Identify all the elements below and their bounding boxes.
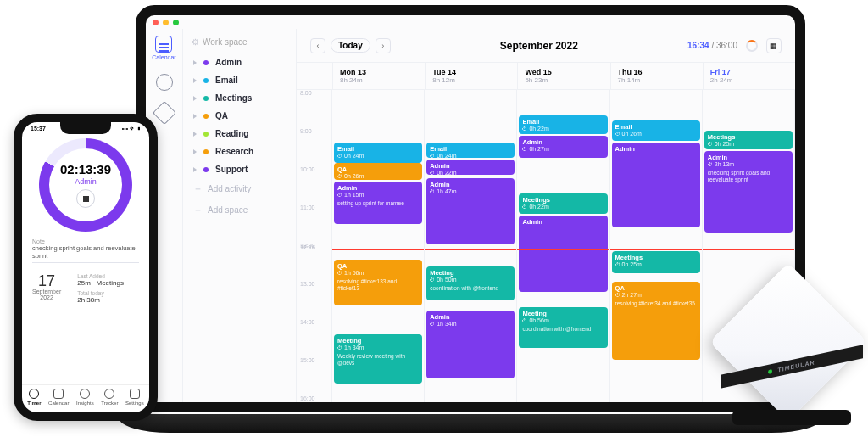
calendar-event[interactable]: QA1h 56mresolving #ticket133 and #ticket…: [334, 260, 422, 305]
day-column[interactable]: Email0h 24mQA0h 26mAdmin1h 15msetting up…: [332, 90, 425, 402]
tracker-body: [709, 263, 868, 422]
calendar-event[interactable]: Meetings0h 25m: [612, 251, 700, 273]
sidebar-workspace-header[interactable]: ⚙ Work space: [192, 37, 287, 47]
nav-insights[interactable]: [156, 74, 173, 91]
calendar-icon: [155, 36, 172, 53]
note-section: Note checking sprint goals and reevaluat…: [22, 232, 149, 263]
sidebar-item-research[interactable]: Research: [192, 143, 287, 160]
phone-tab-timer[interactable]: Timer: [27, 389, 41, 406]
time-label: 8:00: [300, 90, 312, 96]
time-axis: 8:009:0010:0011:0012:0013:0014:0015:0016…: [297, 90, 332, 402]
sidebar-item-support[interactable]: Support: [192, 160, 287, 178]
nav-tracker[interactable]: [156, 104, 173, 121]
activity-color-dot: [203, 78, 209, 83]
now-indicator: [703, 249, 794, 250]
calendar-event[interactable]: Admin0h 22m: [426, 160, 515, 175]
chevron-right-icon: [193, 114, 197, 119]
settings-icon: [130, 389, 140, 399]
next-week-button[interactable]: ›: [376, 38, 391, 53]
phone-tab-calendar[interactable]: Calendar: [48, 389, 69, 406]
phone-notch: [60, 122, 111, 134]
plus-icon: ＋: [193, 204, 203, 216]
sidebar-item-admin[interactable]: Admin: [192, 53, 287, 71]
now-indicator: [425, 249, 516, 250]
timer-icon: [29, 389, 39, 399]
nav-calendar-label: Calendar: [152, 54, 175, 60]
sidebar-item-meetings[interactable]: Meetings: [192, 89, 287, 107]
sidebar-item-label: Meetings: [215, 93, 252, 103]
calendar-event[interactable]: Email0h 22m: [519, 115, 607, 134]
calendar-event[interactable]: Meetings0h 22m: [519, 193, 607, 214]
sidebar: ⚙ Work space AdminEmailMeetingsQAReading…: [183, 29, 297, 402]
add-activity-button[interactable]: ＋ Add activity: [192, 178, 287, 199]
tracker-dock: [732, 410, 851, 425]
calendar-event[interactable]: Email0h 24m: [426, 143, 515, 158]
close-window-icon[interactable]: [153, 20, 159, 25]
insights-icon: [80, 389, 90, 399]
laptop-base: [119, 414, 822, 433]
maximize-window-icon[interactable]: [173, 20, 179, 25]
date-picker-button[interactable]: ▦: [766, 38, 782, 53]
calendar-event[interactable]: Email0h 26m: [612, 120, 700, 141]
sidebar-item-email[interactable]: Email: [192, 71, 287, 89]
chevron-right-icon: [193, 96, 197, 101]
today-button[interactable]: Today: [331, 38, 370, 53]
app-root: Calendar ⚙ Work space AdminEmailMeetings…: [146, 29, 795, 402]
laptop-device: Calendar ⚙ Work space AdminEmailMeetings…: [119, 0, 822, 433]
sidebar-item-reading[interactable]: Reading: [192, 125, 287, 143]
sidebar-item-label: Support: [215, 165, 248, 174]
calendar-event[interactable]: Admin1h 15msetting up sprint for mamee: [334, 182, 422, 224]
chevron-right-icon: [193, 149, 197, 154]
day-header: Wed 155h 23m: [517, 63, 609, 89]
calendar-event[interactable]: Admin0h 27m: [519, 136, 607, 158]
pie-chart-icon: [156, 74, 173, 91]
date-month: September: [32, 289, 61, 294]
activity-color-dot: [203, 132, 209, 137]
last-added-label: Last Added: [77, 273, 105, 279]
day-column[interactable]: Email0h 22mAdmin0h 27mMeetings0h 22mAdmi…: [517, 90, 609, 402]
calendar-event[interactable]: Meeting1h 34mWeekly review meeting with …: [334, 334, 422, 384]
time-label: 16:00: [300, 395, 315, 401]
note-input[interactable]: checking sprint goals and reevaluate spr…: [32, 244, 139, 263]
calendar-event[interactable]: QA0h 26m: [334, 163, 422, 180]
calendar-event[interactable]: Admin1h 34m: [426, 311, 515, 378]
time-label: 11:00: [300, 204, 315, 210]
calendar-event[interactable]: QA2h 27mresolving #ticket34 and #ticket3…: [612, 282, 700, 360]
diamond-icon: [152, 101, 175, 125]
add-space-button[interactable]: ＋ Add space: [192, 199, 287, 221]
activity-color-dot: [203, 60, 209, 65]
sidebar-item-qa[interactable]: QA: [192, 107, 287, 125]
timer-activity: Admin: [75, 177, 97, 186]
day-header-row: Mon 138h 24mTue 148h 12mWed 155h 23mThu …: [297, 63, 795, 90]
stop-button[interactable]: [76, 189, 95, 208]
status-time: 15:37: [31, 126, 46, 132]
calendar-event[interactable]: Meeting0h 50mcoordination with @frontend: [426, 266, 515, 300]
nav-calendar[interactable]: Calendar: [152, 36, 175, 60]
sidebar-item-label: Admin: [215, 58, 242, 67]
phone-tab-insights[interactable]: Insights: [76, 389, 94, 406]
chevron-right-icon: [193, 60, 197, 65]
minimize-window-icon[interactable]: [163, 20, 169, 25]
day-column[interactable]: Email0h 26mAdminMeetings0h 25mQA2h 27mre…: [610, 90, 703, 402]
calendar-event[interactable]: Meetings0h 25m: [704, 131, 793, 149]
plus-icon: ＋: [193, 182, 203, 195]
timer-ring: 02:13:39 Admin: [39, 138, 132, 232]
day-header: Fri 172h 24m: [703, 63, 795, 89]
day-column[interactable]: Email0h 24mAdmin0h 22mAdmin1h 47mMeeting…: [425, 90, 517, 402]
date-year: 2022: [32, 294, 61, 300]
topbar: ‹ Today › September 2022 16:34 / 36:00 ▦: [297, 29, 795, 63]
phone-tab-tracker[interactable]: Tracker: [101, 389, 118, 406]
calendar-event[interactable]: Admin1h 47m: [426, 178, 515, 244]
laptop-screen: Calendar ⚙ Work space AdminEmailMeetings…: [136, 5, 805, 412]
day-header: Mon 138h 24m: [332, 63, 425, 89]
progress-ring-icon: [746, 40, 758, 52]
phone-tab-settings[interactable]: Settings: [125, 389, 144, 406]
calendar-event[interactable]: Meeting0h 56mcoordination with @frontend: [519, 307, 607, 348]
calendar-event[interactable]: Email0h 24m: [334, 143, 422, 163]
calendar-event[interactable]: Admin: [612, 143, 700, 227]
calendar-event[interactable]: Admin2h 13mchecking sprint goals and ree…: [704, 151, 793, 233]
phone-tab-bar: TimerCalendarInsightsTrackerSettings: [22, 384, 149, 409]
activity-color-dot: [203, 167, 209, 172]
calendar-event[interactable]: Admin: [519, 216, 607, 292]
prev-week-button[interactable]: ‹: [310, 38, 326, 53]
